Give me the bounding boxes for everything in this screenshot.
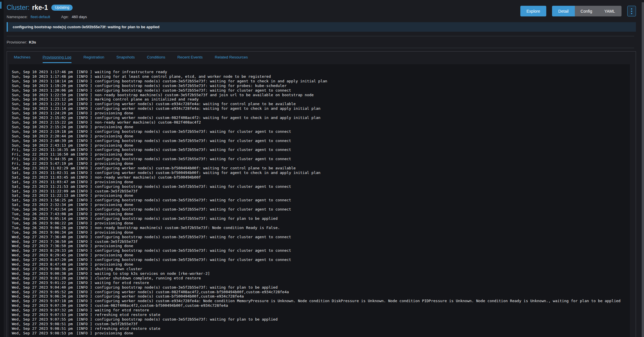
page-scrollbar-track[interactable] [642,0,644,337]
log-line: Sun, Sep 10 2023 1:23:12 pm[INFO ]config… [12,102,630,106]
log-timestamp: Wed, Sep 27 2023 7:36:50 pm [12,239,76,244]
log-message: configuring worker node(s) custom-082f40… [95,290,289,294]
log-level: [INFO ] [76,116,95,120]
log-line: Sun, Sep 10 2023 1:17:46 pm[INFO ]waitin… [12,70,630,74]
log-message: cluster shutdown complete, running etcd … [95,276,201,280]
log-line: Wed, Sep 27 2023 9:01:20 pm[INFO ]cluste… [12,276,630,281]
log-line: Sun, Sep 10 2023 1:23:12 pm[INFO ]markin… [12,97,630,102]
age-label: Age: [61,15,69,19]
log-level: [INFO ] [76,180,95,184]
log-line: Wed, Sep 27 2023 7:36:40 pm[INFO ]config… [12,235,630,239]
log-message: provisioning done [95,212,133,216]
log-line: Tue, Sep 26 2023 9:06:22 pm[INFO ]provis… [12,221,630,226]
log-level: [INFO ] [76,313,95,317]
log-message: provisioning done [95,193,133,198]
log-message: non-ready worker machine(s) custom-bf500… [95,175,201,179]
log-line: Sun, Sep 10 2023 2:15:02 pm[INFO ]config… [12,116,630,120]
page-scrollbar-thumb[interactable] [642,2,644,337]
log-line: Wed, Sep 27 2023 9:08:51 pm[INFO ]custom… [12,322,630,326]
tab[interactable]: Snapshots [116,52,135,63]
log-line: Fri, Sep 22 2023 5:44:35 pm[INFO ]config… [12,157,630,161]
log-level: [INFO ] [76,235,95,239]
explore-button[interactable]: Explore [520,6,546,16]
log-message: refreshing etcd restore state [95,326,160,331]
status-banner: configuring bootstrap node(s) custom-3e5… [7,22,636,32]
log-message: custom-082f408ac4f2,custom-bf500494b00f,… [95,303,228,308]
log-timestamp: Fri, Sep 22 2023 11:16:35 am [12,147,76,152]
log-level: [INFO ] [76,70,95,74]
log-message: configuring bootstrap node(s) custom-3e5… [95,139,291,143]
log-line: Tue, Sep 26 2023 9:05:14 pm[INFO ]config… [12,216,630,221]
log-line: Sun, Sep 10 2023 2:19:18 pm[INFO ]config… [12,129,630,134]
log-message: configuring bootstrap node(s) custom-3e5… [95,285,278,289]
log-level: [INFO ] [76,281,95,285]
yaml-view-button[interactable]: YAML [598,6,622,16]
log-timestamp: Tue, Sep 26 2023 7:43:08 pm [12,212,76,216]
tab-label: Registration [84,55,104,59]
page-title: Cluster: rke-1 Updating [7,4,73,12]
provisioning-log-console[interactable]: Sun, Sep 10 2023 1:17:46 pm[INFO ]waitin… [9,64,630,337]
log-line: Sat, Sep 23 2023 1:56:25 pm[INFO ]config… [12,198,630,202]
tab[interactable]: Conditions [147,52,165,63]
log-level: [INFO ] [76,125,95,129]
tab[interactable]: Provisioning Log [43,52,71,63]
log-line: Wed, Sep 27 2023 9:07:32 pm[INFO ]waitin… [12,308,630,313]
log-message: provisioning done [95,202,133,207]
log-timestamp: Wed, Sep 27 2023 9:05:52 pm [12,290,76,294]
log-timestamp: Wed, Sep 27 2023 9:06:34 pm [12,294,76,299]
log-line: Sat, Sep 23 2023 11:22:09 am[INFO ]custo… [12,189,630,194]
log-level: [INFO ] [76,303,95,308]
log-level: [INFO ] [76,106,95,111]
log-level: [INFO ] [76,129,95,134]
log-timestamp: Sun, Sep 10 2023 1:22:50 pm [12,93,76,97]
log-line: Tue, Sep 26 2023 7:42:54 pm[INFO ]config… [12,207,630,212]
log-line: Sun, Sep 10 2023 1:20:06 pm[INFO ]config… [12,88,630,93]
log-timestamp: Wed, Sep 27 2023 8:47:48 pm [12,262,76,267]
log-message: configuring bootstrap node(s) custom-3e5… [95,216,278,221]
log-timestamp: Wed, Sep 27 2023 7:36:40 pm [12,235,76,239]
log-timestamp: Sun, Sep 10 2023 2:43:13 pm [12,143,76,148]
log-timestamp: Sat, Sep 23 2023 11:03:47 am [12,180,76,184]
log-timestamp: Wed, Sep 27 2023 9:07:18 pm [12,299,76,303]
log-line: Sat, Sep 23 2023 2:32:34 pm[INFO ]provis… [12,202,630,207]
log-message: custom-3e5f2b55e73f [95,239,138,244]
log-line: Tue, Sep 26 2023 7:43:08 pm[INFO ]provis… [12,212,630,216]
config-view-button[interactable]: Config [575,6,598,16]
log-level: [INFO ] [76,267,95,271]
log-line: Sat, Sep 23 2023 11:22:13 am[INFO ]provi… [12,193,630,198]
log-message: custom-3e5f2b55e73f [95,189,138,193]
log-line: Wed, Sep 27 2023 9:08:53 pm[INFO ]provis… [12,331,630,336]
namespace-link[interactable]: fleet-default [31,15,50,19]
log-message: configuring worker node(s) custom-e934c7… [95,106,321,111]
log-message: non-ready worker machine(s) custom-082f4… [95,120,201,124]
log-line: Fri, Sep 22 2023 5:47:19 pm[INFO ]provis… [12,161,630,166]
log-line: Wed, Sep 27 2023 9:05:52 pm[INFO ]config… [12,290,630,294]
log-message: waiting to stop k3s services on node [rk… [95,271,210,276]
tab[interactable]: Recent Events [177,52,203,63]
side-nav-accent-bar [0,2,1,9]
log-line: Wed, Sep 27 2023 9:08:51 pm[INFO ]refres… [12,326,630,331]
log-timestamp: Tue, Sep 26 2023 9:06:34 pm [12,230,76,235]
log-level: [INFO ] [76,248,95,253]
log-level: [INFO ] [76,212,95,216]
log-timestamp: Sun, Sep 10 2023 1:23:14 pm [12,106,76,111]
divider [7,48,634,48]
tab[interactable]: Machines [14,52,31,63]
more-actions-button[interactable] [627,6,636,16]
log-message: waiting for etcd restore [95,308,149,312]
log-message: non-ready bootstrap machine(s) custom-3e… [95,93,314,97]
log-timestamp: Sun, Sep 10 2023 1:20:06 pm [12,88,76,93]
log-message: configuring bootstrap node(s) custom-3e5… [95,248,291,253]
tab[interactable]: Related Resources [215,52,248,63]
log-message: configuring bootstrap node(s) custom-3e5… [95,258,291,262]
log-timestamp: Sun, Sep 10 2023 1:19:20 pm [12,84,76,88]
log-line: Sun, Sep 10 2023 1:17:48 pm[INFO ]waitin… [12,74,630,79]
log-timestamp: Sun, Sep 10 2023 1:17:46 pm [12,70,76,74]
log-message: configuring bootstrap node(s) custom-3e5… [95,129,291,134]
detail-view-button[interactable]: Detail [552,6,575,16]
log-timestamp: Sat, Sep 23 2023 2:32:34 pm [12,202,76,207]
kebab-icon [631,13,632,14]
tab[interactable]: Registration [84,52,104,63]
log-message: provisioning done [95,161,133,166]
log-line: Wed, Sep 27 2023 8:29:33 pm[INFO ]config… [12,248,630,253]
